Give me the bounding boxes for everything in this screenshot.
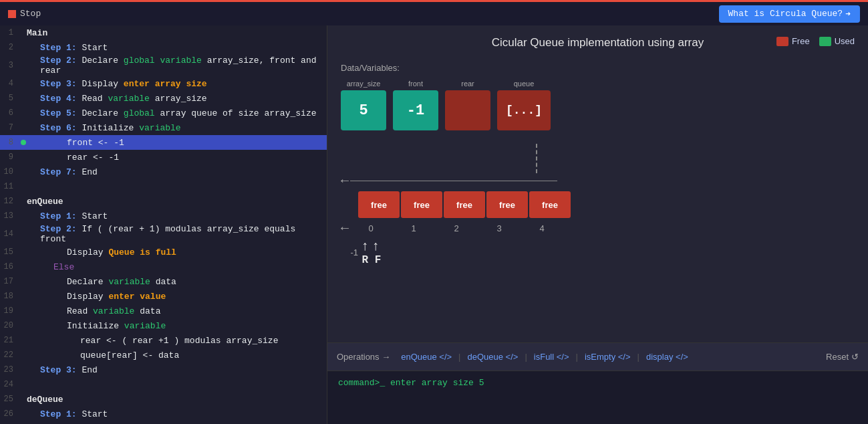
code-line-9: 9rear <- -1 — [0, 150, 327, 165]
line-content: front <- -1 — [27, 138, 327, 148]
line-number: 11 — [0, 182, 20, 191]
code-line-8: 8front <- -1 — [0, 135, 327, 150]
op-dequeue[interactable]: deQueue </> — [464, 350, 523, 364]
vars-row: array_size 5 front -1 rear queue [...] — [341, 80, 855, 130]
line-number: 21 — [0, 336, 20, 345]
legend-used: Used — [819, 36, 855, 46]
line-number: 15 — [0, 247, 20, 257]
code-line-15: 15Display Queue is full — [0, 245, 327, 259]
line-number: 14 — [0, 229, 20, 239]
stop-button[interactable]: Stop — [8, 9, 41, 19]
stop-icon — [8, 10, 16, 18]
op-isempty[interactable]: isEmpty </> — [581, 350, 635, 364]
code-line-4: 4Step 3: Display enter array size — [0, 76, 327, 91]
line-number: 24 — [0, 380, 20, 389]
line-content: Display Queue is full — [27, 247, 327, 257]
console-text: command>_ enter array size 5 — [338, 378, 484, 388]
op-display[interactable]: display </> — [642, 350, 692, 364]
cell-2: free — [444, 191, 485, 218]
line-content: Declare variable data — [27, 277, 327, 287]
line-number: 7 — [0, 123, 20, 132]
code-line-2: 2Step 1: Start — [0, 40, 327, 55]
code-line-26: 26Step 1: Start — [0, 407, 327, 421]
line-number: 6 — [0, 108, 20, 118]
main-area: 1Main2Step 1: Start3Step 2: Declare glob… — [0, 25, 868, 424]
used-label: Used — [835, 36, 855, 46]
console-area: command>_ enter array size 5 — [327, 370, 868, 424]
data-vars-label: Data/Variables: — [341, 63, 855, 73]
code-line-5: 5Step 4: Read variable array_size — [0, 91, 327, 106]
line-number: 4 — [0, 79, 20, 88]
rf-arrows: ↑↑ — [361, 239, 382, 254]
code-line-20: 20Initialize variable — [0, 318, 327, 333]
line-number: 3 — [0, 61, 20, 70]
line-number: 1 — [0, 28, 20, 37]
line-number: 2 — [0, 43, 20, 52]
code-line-10: 10Step 7: End — [0, 165, 327, 179]
line-number: 13 — [0, 211, 20, 221]
line-content: deQueue — [27, 395, 327, 405]
cell-0: free — [358, 191, 400, 218]
line-content: enQueue — [27, 197, 327, 207]
line-content: Read variable data — [27, 306, 327, 316]
line-number: 25 — [0, 395, 20, 404]
line-content: Step 6: Initialize variable — [27, 123, 327, 133]
var-rear: rear — [445, 80, 490, 130]
code-line-12: 12enQueue — [0, 194, 327, 209]
viz-top: Cicular Queue implementation using array… — [327, 25, 868, 342]
line-indicator — [20, 140, 27, 145]
cell-1: free — [401, 191, 442, 218]
array-section: ← free free free free free ← — [341, 144, 855, 266]
line-content: Step 7: End — [27, 167, 327, 177]
line-content: Main — [27, 28, 327, 38]
help-button[interactable]: What is Circula Queue? ➜ — [719, 5, 860, 23]
code-panel: 1Main2Step 1: Start3Step 2: Declare glob… — [0, 25, 327, 424]
stop-label: Stop — [20, 9, 41, 19]
code-line-14: 14Step 2: If ( (rear + 1) modulas array_… — [0, 223, 327, 245]
line-content: Step 2: Declare global variable array_si… — [27, 56, 327, 76]
ops-label: Operations → — [337, 352, 390, 362]
legend-free: Free — [776, 36, 810, 46]
ops-bar: Operations → enQueue </> | deQueue </> |… — [327, 342, 868, 370]
var-queue: queue [...] — [497, 80, 551, 130]
line-number: 26 — [0, 409, 20, 419]
used-color-swatch — [819, 37, 831, 46]
code-line-1: 1Main — [0, 25, 327, 40]
help-label: What is Circula Queue? — [728, 9, 843, 19]
line-content: Step 3: Display enter array size — [27, 79, 327, 89]
code-line-23: 23Step 3: End — [0, 362, 327, 377]
code-line-11: 11 — [0, 179, 327, 194]
reset-button[interactable]: Reset ↺ — [826, 352, 859, 362]
var-front: front -1 — [393, 80, 438, 130]
op-enqueue[interactable]: enQueue </> — [397, 350, 456, 364]
free-label: Free — [792, 36, 810, 46]
code-line-17: 17Declare variable data — [0, 274, 327, 289]
line-content: Initialize variable — [27, 321, 327, 331]
line-number: 12 — [0, 197, 20, 206]
line-number: 20 — [0, 321, 20, 330]
line-number: 8 — [0, 138, 20, 147]
op-isfull[interactable]: isFull </> — [530, 350, 573, 364]
line-number: 16 — [0, 262, 20, 272]
line-content: rear <- -1 — [27, 152, 327, 163]
code-line-7: 7Step 6: Initialize variable — [0, 120, 327, 135]
cell-4: free — [529, 191, 571, 218]
line-content: Step 1: Start — [27, 211, 327, 221]
line-content: Step 1: Start — [27, 409, 327, 419]
line-content: Else — [27, 262, 327, 272]
line-number: 23 — [0, 365, 20, 375]
viz-panel: Cicular Queue implementation using array… — [327, 25, 868, 424]
code-line-13: 13Step 1: Start — [0, 209, 327, 223]
code-line-16: 16Else — [0, 259, 327, 274]
rf-label: R F — [362, 254, 382, 266]
code-line-3: 3Step 2: Declare global variable array_s… — [0, 55, 327, 76]
line-content: Step 3: End — [27, 365, 327, 375]
code-line-24: 24 — [0, 377, 327, 392]
free-color-swatch — [776, 37, 788, 46]
line-content: Step 5: Declare global array queue of si… — [27, 108, 327, 118]
code-line-22: 22queue[rear] <- data — [0, 348, 327, 362]
reset-icon: ↺ — [851, 352, 859, 362]
help-arrow-icon: ➜ — [845, 9, 851, 19]
line-content: Step 4: Read variable array_size — [27, 94, 327, 104]
line-number: 17 — [0, 277, 20, 286]
